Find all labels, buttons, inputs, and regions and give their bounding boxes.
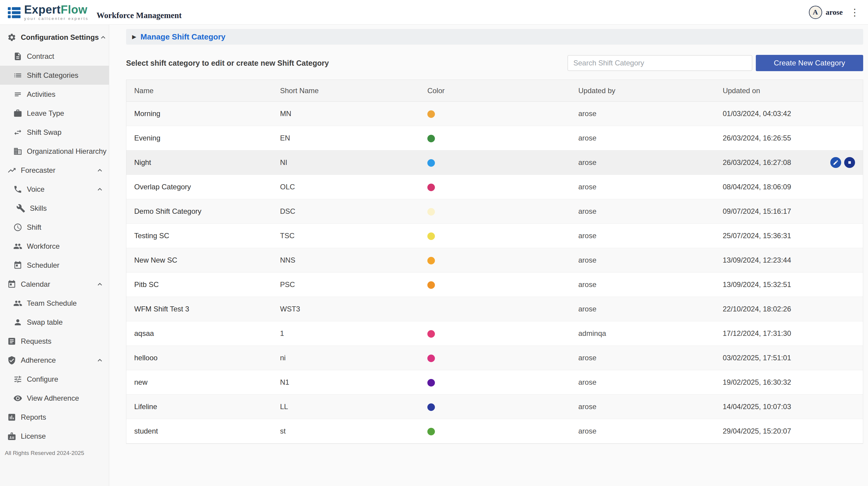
updated-on: 14/04/2025, 10:07:03 xyxy=(715,402,863,411)
sidebar-item-configuration-settings[interactable]: Configuration Settings xyxy=(0,28,109,47)
person-icon xyxy=(13,318,22,327)
eye-icon xyxy=(13,394,22,403)
category-short-name: 1 xyxy=(272,329,420,338)
table-row[interactable]: Lifeline LL arose 14/04/2025, 10:07:03 xyxy=(126,395,863,419)
sidebar-item-label: Configuration Settings xyxy=(21,33,99,42)
color-dot xyxy=(427,330,435,338)
chevron-up-icon[interactable] xyxy=(99,33,107,42)
sidebar-item-label: Activities xyxy=(27,90,56,99)
sidebar-item-adherence[interactable]: Adherence xyxy=(0,351,109,369)
sidebar-item-contract[interactable]: Contract xyxy=(0,47,109,66)
sidebar-item-shift-swap[interactable]: Shift Swap xyxy=(0,123,109,142)
sidebar-item-voice[interactable]: Voice xyxy=(0,180,109,199)
category-name: Lifeline xyxy=(126,402,272,411)
stop-category-button[interactable] xyxy=(844,157,855,168)
category-color-cell xyxy=(420,354,570,362)
sidebar-item-label: Contract xyxy=(27,52,54,61)
sidebar-item-team-schedule[interactable]: Team Schedule xyxy=(0,294,109,313)
panel-title[interactable]: Manage Shift Category xyxy=(141,32,226,42)
category-short-name: OLC xyxy=(272,183,420,191)
sidebar-item-skills[interactable]: Skills xyxy=(0,199,109,218)
updated-by: arose xyxy=(570,280,715,289)
table-row[interactable]: Overlap Category OLC arose 08/04/2024, 1… xyxy=(126,175,863,199)
category-short-name: NI xyxy=(272,158,420,167)
category-color-cell xyxy=(420,109,570,118)
updated-by: arose xyxy=(570,305,715,313)
sidebar-item-forecaster[interactable]: Forecaster xyxy=(0,161,109,180)
clock-icon xyxy=(13,223,22,232)
sidebar-item-view-adherence[interactable]: View Adherence xyxy=(0,389,109,408)
category-color-cell xyxy=(420,134,570,142)
logo-wordmark: ExpertFlow xyxy=(24,4,89,15)
chevron-up-icon[interactable] xyxy=(96,280,104,289)
updated-on: 09/07/2024, 15:16:17 xyxy=(715,207,863,216)
sidebar-item-swap-table[interactable]: Swap table xyxy=(0,313,109,332)
swap-arrows-icon xyxy=(13,128,22,137)
sidebar-item-configure[interactable]: Configure xyxy=(0,369,109,389)
wrench-icon xyxy=(16,204,25,213)
sidebar-item-reports[interactable]: Reports xyxy=(0,408,109,427)
page-subtitle: Select shift category to edit or create … xyxy=(126,59,329,68)
expand-triangle-icon[interactable]: ▶ xyxy=(132,33,136,40)
updated-by: arose xyxy=(570,231,715,240)
trend-chart-icon xyxy=(7,166,16,175)
sidebar-item-shift[interactable]: Shift xyxy=(0,218,109,237)
kebab-menu-icon[interactable]: ⋮ xyxy=(850,7,860,17)
sidebar-item-workforce[interactable]: Workforce xyxy=(0,237,109,256)
category-name: Night xyxy=(126,158,272,167)
category-name: Testing SC xyxy=(126,231,272,240)
expertflow-logo[interactable]: ExpertFlow your callcenter experts xyxy=(7,4,89,21)
table-row[interactable]: student st arose 29/04/2025, 15:20:07 xyxy=(126,419,863,444)
avatar[interactable]: A xyxy=(809,6,822,19)
edit-category-button[interactable] xyxy=(830,157,841,168)
sidebar-item-requests[interactable]: Requests xyxy=(0,332,109,351)
color-dot xyxy=(427,281,435,289)
category-name: aqsaa xyxy=(126,329,272,338)
category-short-name: EN xyxy=(272,134,420,142)
color-dot xyxy=(427,184,435,191)
sidebar-item-shift-categories[interactable]: Shift Categories xyxy=(0,66,109,85)
manage-shift-category-panel-header[interactable]: ▶ Manage Shift Category xyxy=(126,29,863,44)
category-short-name: st xyxy=(272,427,420,435)
table-row[interactable]: Demo Shift Category DSC arose 09/07/2024… xyxy=(126,199,863,224)
table-row[interactable]: hellooo ni arose 03/02/2025, 17:51:01 xyxy=(126,346,863,370)
color-dot xyxy=(427,110,435,118)
color-dot xyxy=(427,379,435,387)
search-input[interactable] xyxy=(568,55,752,71)
table-row[interactable]: aqsaa 1 adminqa 17/12/2024, 17:31:30 xyxy=(126,321,863,346)
create-new-category-button[interactable]: Create New Category xyxy=(756,55,863,71)
category-color-cell xyxy=(420,378,570,387)
table-row[interactable]: Evening EN arose 26/03/2024, 16:26:55 xyxy=(126,126,863,151)
logo-tagline: your callcenter experts xyxy=(24,16,89,21)
category-name: Demo Shift Category xyxy=(126,207,272,216)
updated-by: arose xyxy=(570,183,715,191)
sidebar-item-license[interactable]: License xyxy=(0,427,109,446)
sidebar-item-label: Workforce xyxy=(27,242,60,251)
sidebar-item-organizational-hierarchy[interactable]: Organizational Hierarchy xyxy=(0,142,109,161)
sidebar-item-label: Scheduler xyxy=(27,261,59,269)
table-row[interactable]: Testing SC TSC arose 25/07/2024, 15:36:3… xyxy=(126,224,863,248)
table-row[interactable]: Pitb SC PSC arose 13/09/2024, 15:32:51 xyxy=(126,272,863,297)
sidebar-item-leave-type[interactable]: Leave Type xyxy=(0,104,109,123)
sidebar-item-activities[interactable]: Activities xyxy=(0,85,109,104)
expertflow-logo-icon xyxy=(7,5,21,19)
table-row[interactable]: Morning MN arose 01/03/2024, 04:03:42 xyxy=(126,102,863,126)
sidebar-item-calendar[interactable]: Calendar xyxy=(0,274,109,294)
chevron-up-icon[interactable] xyxy=(96,166,104,174)
updated-on: 01/03/2024, 04:03:42 xyxy=(715,109,863,118)
table-row[interactable]: WFM Shift Test 3 WST3 arose 22/10/2024, … xyxy=(126,297,863,321)
chevron-up-icon[interactable] xyxy=(96,356,104,364)
column-header-color: Color xyxy=(420,87,570,95)
updated-by: arose xyxy=(570,427,715,435)
table-row[interactable]: Night NI arose 26/03/2024, 16:27:08 xyxy=(126,151,863,175)
shift-category-table: Name Short Name Color Updated by Updated… xyxy=(126,79,863,444)
chevron-up-icon[interactable] xyxy=(96,185,104,194)
table-row[interactable]: new N1 arose 19/02/2025, 16:30:32 xyxy=(126,370,863,395)
category-color-cell xyxy=(420,183,570,191)
table-header-row: Name Short Name Color Updated by Updated… xyxy=(126,80,863,102)
calendar-icon xyxy=(7,280,16,289)
sidebar-item-scheduler[interactable]: Scheduler xyxy=(0,256,109,274)
updated-by: arose xyxy=(570,109,715,118)
briefcase-icon xyxy=(13,109,22,118)
table-row[interactable]: New New SC NNS arose 13/09/2024, 12:23:4… xyxy=(126,248,863,272)
